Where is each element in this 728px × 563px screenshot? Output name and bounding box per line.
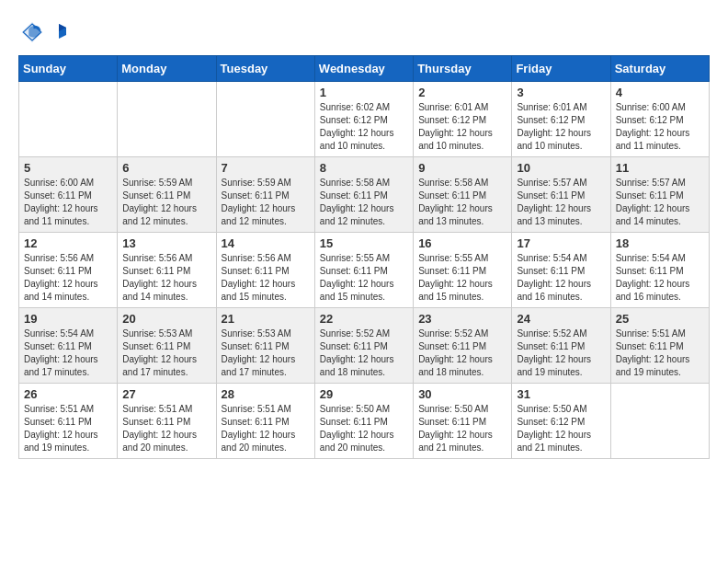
day-number: 24 [517, 312, 605, 326]
day-number: 25 [616, 312, 704, 326]
calendar-cell: 9Sunrise: 5:58 AM Sunset: 6:11 PM Daylig… [414, 157, 512, 233]
logo [18, 18, 68, 46]
calendar-cell: 18Sunrise: 5:54 AM Sunset: 6:11 PM Dayli… [610, 233, 709, 308]
day-info: Sunrise: 5:52 AM Sunset: 6:11 PM Dayligh… [517, 327, 605, 379]
calendar-cell: 29Sunrise: 5:50 AM Sunset: 6:11 PM Dayli… [314, 384, 413, 459]
calendar-cell: 24Sunrise: 5:52 AM Sunset: 6:11 PM Dayli… [512, 308, 610, 384]
calendar-cell: 31Sunrise: 5:50 AM Sunset: 6:12 PM Dayli… [512, 384, 610, 459]
calendar-header-row: SundayMondayTuesdayWednesdayThursdayFrid… [19, 56, 710, 82]
day-number: 7 [222, 161, 310, 175]
weekday-header: Thursday [414, 56, 512, 82]
weekday-header: Tuesday [216, 56, 314, 82]
logo-flag-icon [50, 22, 68, 42]
calendar-cell: 25Sunrise: 5:51 AM Sunset: 6:11 PM Dayli… [610, 308, 709, 384]
calendar-cell: 21Sunrise: 5:53 AM Sunset: 6:11 PM Dayli… [216, 308, 314, 384]
day-number: 11 [616, 161, 704, 175]
calendar-cell [19, 82, 118, 157]
calendar-cell: 13Sunrise: 5:56 AM Sunset: 6:11 PM Dayli… [118, 233, 216, 308]
day-number: 26 [24, 387, 112, 401]
calendar-cell: 15Sunrise: 5:55 AM Sunset: 6:11 PM Dayli… [314, 233, 413, 308]
calendar-week-row: 12Sunrise: 5:56 AM Sunset: 6:11 PM Dayli… [19, 233, 710, 308]
calendar-cell: 7Sunrise: 5:59 AM Sunset: 6:11 PM Daylig… [216, 157, 314, 233]
day-info: Sunrise: 5:54 AM Sunset: 6:11 PM Dayligh… [24, 327, 112, 379]
day-info: Sunrise: 5:59 AM Sunset: 6:11 PM Dayligh… [222, 177, 310, 228]
weekday-header: Sunday [19, 56, 118, 82]
day-number: 4 [616, 86, 704, 99]
day-number: 8 [320, 161, 408, 175]
day-info: Sunrise: 5:50 AM Sunset: 6:12 PM Dayligh… [517, 403, 605, 454]
day-number: 1 [320, 86, 408, 99]
calendar-week-row: 1Sunrise: 6:02 AM Sunset: 6:12 PM Daylig… [19, 82, 710, 157]
day-info: Sunrise: 5:51 AM Sunset: 6:11 PM Dayligh… [616, 327, 704, 379]
day-number: 18 [616, 236, 704, 250]
day-info: Sunrise: 5:55 AM Sunset: 6:11 PM Dayligh… [320, 252, 408, 304]
calendar-cell: 20Sunrise: 5:53 AM Sunset: 6:11 PM Dayli… [118, 308, 216, 384]
day-number: 19 [24, 312, 112, 326]
calendar-cell: 26Sunrise: 5:51 AM Sunset: 6:11 PM Dayli… [19, 384, 118, 459]
day-number: 5 [24, 161, 112, 175]
day-number: 30 [418, 387, 506, 401]
calendar-cell: 12Sunrise: 5:56 AM Sunset: 6:11 PM Dayli… [19, 233, 118, 308]
calendar-table: SundayMondayTuesdayWednesdayThursdayFrid… [18, 55, 710, 459]
day-info: Sunrise: 6:01 AM Sunset: 6:12 PM Dayligh… [418, 101, 506, 153]
day-number: 31 [517, 387, 605, 401]
day-number: 28 [222, 387, 310, 401]
day-number: 16 [418, 236, 506, 250]
calendar-cell: 16Sunrise: 5:55 AM Sunset: 6:11 PM Dayli… [414, 233, 512, 308]
day-number: 2 [418, 86, 506, 99]
day-number: 6 [122, 161, 210, 175]
day-number: 22 [320, 312, 408, 326]
weekday-header: Monday [118, 56, 216, 82]
day-info: Sunrise: 5:58 AM Sunset: 6:11 PM Dayligh… [320, 177, 408, 228]
day-info: Sunrise: 5:50 AM Sunset: 6:11 PM Dayligh… [418, 403, 506, 454]
calendar-cell: 11Sunrise: 5:57 AM Sunset: 6:11 PM Dayli… [610, 157, 709, 233]
day-number: 14 [222, 236, 310, 250]
logo-icon [18, 18, 46, 46]
calendar-cell: 4Sunrise: 6:00 AM Sunset: 6:12 PM Daylig… [610, 82, 709, 157]
day-info: Sunrise: 5:54 AM Sunset: 6:11 PM Dayligh… [517, 252, 605, 304]
day-info: Sunrise: 5:51 AM Sunset: 6:11 PM Dayligh… [222, 403, 310, 454]
day-info: Sunrise: 5:58 AM Sunset: 6:11 PM Dayligh… [418, 177, 506, 228]
calendar-cell: 3Sunrise: 6:01 AM Sunset: 6:12 PM Daylig… [512, 82, 610, 157]
calendar-week-row: 5Sunrise: 6:00 AM Sunset: 6:11 PM Daylig… [19, 157, 710, 233]
calendar-cell: 28Sunrise: 5:51 AM Sunset: 6:11 PM Dayli… [216, 384, 314, 459]
day-number: 20 [122, 312, 210, 326]
day-info: Sunrise: 5:56 AM Sunset: 6:11 PM Dayligh… [24, 252, 112, 304]
day-info: Sunrise: 5:52 AM Sunset: 6:11 PM Dayligh… [320, 327, 408, 379]
calendar-cell: 19Sunrise: 5:54 AM Sunset: 6:11 PM Dayli… [19, 308, 118, 384]
day-number: 27 [122, 387, 210, 401]
calendar-cell: 5Sunrise: 6:00 AM Sunset: 6:11 PM Daylig… [19, 157, 118, 233]
calendar-cell: 14Sunrise: 5:56 AM Sunset: 6:11 PM Dayli… [216, 233, 314, 308]
day-number: 13 [122, 236, 210, 250]
day-number: 12 [24, 236, 112, 250]
day-info: Sunrise: 5:56 AM Sunset: 6:11 PM Dayligh… [122, 252, 210, 304]
day-info: Sunrise: 5:51 AM Sunset: 6:11 PM Dayligh… [24, 403, 112, 454]
day-number: 23 [418, 312, 506, 326]
calendar-cell: 10Sunrise: 5:57 AM Sunset: 6:11 PM Dayli… [512, 157, 610, 233]
day-number: 21 [222, 312, 310, 326]
weekday-header: Wednesday [314, 56, 413, 82]
calendar-cell: 17Sunrise: 5:54 AM Sunset: 6:11 PM Dayli… [512, 233, 610, 308]
day-info: Sunrise: 5:50 AM Sunset: 6:11 PM Dayligh… [320, 403, 408, 454]
logo-text [50, 22, 68, 42]
day-info: Sunrise: 5:55 AM Sunset: 6:11 PM Dayligh… [418, 252, 506, 304]
calendar-cell [118, 82, 216, 157]
calendar-cell: 8Sunrise: 5:58 AM Sunset: 6:11 PM Daylig… [314, 157, 413, 233]
day-number: 9 [418, 161, 506, 175]
calendar-cell: 27Sunrise: 5:51 AM Sunset: 6:11 PM Dayli… [118, 384, 216, 459]
day-number: 29 [320, 387, 408, 401]
day-info: Sunrise: 5:54 AM Sunset: 6:11 PM Dayligh… [616, 252, 704, 304]
day-number: 15 [320, 236, 408, 250]
day-info: Sunrise: 5:53 AM Sunset: 6:11 PM Dayligh… [122, 327, 210, 379]
calendar-cell: 2Sunrise: 6:01 AM Sunset: 6:12 PM Daylig… [414, 82, 512, 157]
day-number: 10 [517, 161, 605, 175]
calendar-cell [610, 384, 709, 459]
calendar-cell: 6Sunrise: 5:59 AM Sunset: 6:11 PM Daylig… [118, 157, 216, 233]
day-info: Sunrise: 6:02 AM Sunset: 6:12 PM Dayligh… [320, 101, 408, 153]
calendar-cell: 30Sunrise: 5:50 AM Sunset: 6:11 PM Dayli… [414, 384, 512, 459]
day-number: 3 [517, 86, 605, 99]
calendar-week-row: 19Sunrise: 5:54 AM Sunset: 6:11 PM Dayli… [19, 308, 710, 384]
calendar-week-row: 26Sunrise: 5:51 AM Sunset: 6:11 PM Dayli… [19, 384, 710, 459]
calendar-cell: 1Sunrise: 6:02 AM Sunset: 6:12 PM Daylig… [314, 82, 413, 157]
day-number: 17 [517, 236, 605, 250]
